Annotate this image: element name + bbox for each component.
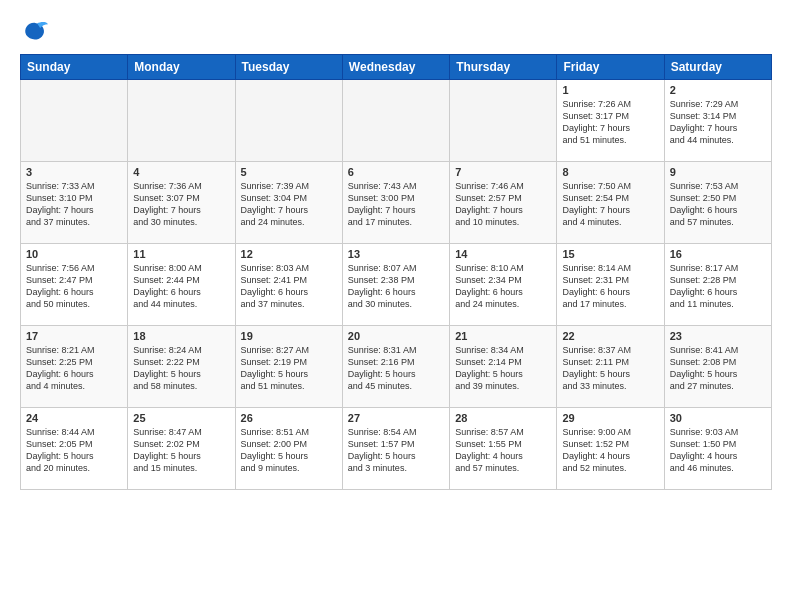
day-number: 2 (670, 84, 766, 96)
day-cell: 29Sunrise: 9:00 AM Sunset: 1:52 PM Dayli… (557, 408, 664, 490)
day-info: Sunrise: 8:00 AM Sunset: 2:44 PM Dayligh… (133, 262, 229, 311)
day-number: 15 (562, 248, 658, 260)
day-info: Sunrise: 8:10 AM Sunset: 2:34 PM Dayligh… (455, 262, 551, 311)
week-row-1: 1Sunrise: 7:26 AM Sunset: 3:17 PM Daylig… (21, 80, 772, 162)
day-cell: 25Sunrise: 8:47 AM Sunset: 2:02 PM Dayli… (128, 408, 235, 490)
day-number: 10 (26, 248, 122, 260)
weekday-header-wednesday: Wednesday (342, 55, 449, 80)
day-cell: 4Sunrise: 7:36 AM Sunset: 3:07 PM Daylig… (128, 162, 235, 244)
day-info: Sunrise: 8:37 AM Sunset: 2:11 PM Dayligh… (562, 344, 658, 393)
header (20, 18, 772, 46)
day-info: Sunrise: 7:26 AM Sunset: 3:17 PM Dayligh… (562, 98, 658, 147)
day-cell (342, 80, 449, 162)
day-info: Sunrise: 8:03 AM Sunset: 2:41 PM Dayligh… (241, 262, 337, 311)
day-info: Sunrise: 8:51 AM Sunset: 2:00 PM Dayligh… (241, 426, 337, 475)
day-info: Sunrise: 7:29 AM Sunset: 3:14 PM Dayligh… (670, 98, 766, 147)
day-number: 23 (670, 330, 766, 342)
day-cell: 13Sunrise: 8:07 AM Sunset: 2:38 PM Dayli… (342, 244, 449, 326)
day-info: Sunrise: 8:27 AM Sunset: 2:19 PM Dayligh… (241, 344, 337, 393)
day-info: Sunrise: 8:21 AM Sunset: 2:25 PM Dayligh… (26, 344, 122, 393)
day-cell: 15Sunrise: 8:14 AM Sunset: 2:31 PM Dayli… (557, 244, 664, 326)
day-info: Sunrise: 8:54 AM Sunset: 1:57 PM Dayligh… (348, 426, 444, 475)
day-cell: 14Sunrise: 8:10 AM Sunset: 2:34 PM Dayli… (450, 244, 557, 326)
day-cell: 24Sunrise: 8:44 AM Sunset: 2:05 PM Dayli… (21, 408, 128, 490)
day-info: Sunrise: 8:41 AM Sunset: 2:08 PM Dayligh… (670, 344, 766, 393)
day-cell: 1Sunrise: 7:26 AM Sunset: 3:17 PM Daylig… (557, 80, 664, 162)
day-info: Sunrise: 7:33 AM Sunset: 3:10 PM Dayligh… (26, 180, 122, 229)
day-number: 4 (133, 166, 229, 178)
day-number: 7 (455, 166, 551, 178)
day-cell: 5Sunrise: 7:39 AM Sunset: 3:04 PM Daylig… (235, 162, 342, 244)
day-number: 19 (241, 330, 337, 342)
day-info: Sunrise: 7:53 AM Sunset: 2:50 PM Dayligh… (670, 180, 766, 229)
day-number: 12 (241, 248, 337, 260)
day-number: 22 (562, 330, 658, 342)
day-cell: 3Sunrise: 7:33 AM Sunset: 3:10 PM Daylig… (21, 162, 128, 244)
day-cell: 18Sunrise: 8:24 AM Sunset: 2:22 PM Dayli… (128, 326, 235, 408)
day-cell: 26Sunrise: 8:51 AM Sunset: 2:00 PM Dayli… (235, 408, 342, 490)
day-info: Sunrise: 8:07 AM Sunset: 2:38 PM Dayligh… (348, 262, 444, 311)
day-cell: 19Sunrise: 8:27 AM Sunset: 2:19 PM Dayli… (235, 326, 342, 408)
day-number: 8 (562, 166, 658, 178)
weekday-header-sunday: Sunday (21, 55, 128, 80)
day-info: Sunrise: 8:57 AM Sunset: 1:55 PM Dayligh… (455, 426, 551, 475)
day-info: Sunrise: 8:34 AM Sunset: 2:14 PM Dayligh… (455, 344, 551, 393)
day-number: 6 (348, 166, 444, 178)
logo (20, 18, 52, 46)
day-cell (450, 80, 557, 162)
day-info: Sunrise: 7:36 AM Sunset: 3:07 PM Dayligh… (133, 180, 229, 229)
day-cell: 16Sunrise: 8:17 AM Sunset: 2:28 PM Dayli… (664, 244, 771, 326)
day-cell: 21Sunrise: 8:34 AM Sunset: 2:14 PM Dayli… (450, 326, 557, 408)
day-number: 25 (133, 412, 229, 424)
day-cell: 28Sunrise: 8:57 AM Sunset: 1:55 PM Dayli… (450, 408, 557, 490)
day-number: 3 (26, 166, 122, 178)
day-info: Sunrise: 8:17 AM Sunset: 2:28 PM Dayligh… (670, 262, 766, 311)
day-info: Sunrise: 7:56 AM Sunset: 2:47 PM Dayligh… (26, 262, 122, 311)
day-info: Sunrise: 8:31 AM Sunset: 2:16 PM Dayligh… (348, 344, 444, 393)
day-number: 24 (26, 412, 122, 424)
day-cell: 8Sunrise: 7:50 AM Sunset: 2:54 PM Daylig… (557, 162, 664, 244)
weekday-header-saturday: Saturday (664, 55, 771, 80)
calendar-body: 1Sunrise: 7:26 AM Sunset: 3:17 PM Daylig… (21, 80, 772, 490)
day-cell: 6Sunrise: 7:43 AM Sunset: 3:00 PM Daylig… (342, 162, 449, 244)
day-cell (21, 80, 128, 162)
day-info: Sunrise: 9:00 AM Sunset: 1:52 PM Dayligh… (562, 426, 658, 475)
day-number: 20 (348, 330, 444, 342)
day-cell: 2Sunrise: 7:29 AM Sunset: 3:14 PM Daylig… (664, 80, 771, 162)
day-number: 13 (348, 248, 444, 260)
day-cell: 30Sunrise: 9:03 AM Sunset: 1:50 PM Dayli… (664, 408, 771, 490)
day-cell (128, 80, 235, 162)
week-row-2: 3Sunrise: 7:33 AM Sunset: 3:10 PM Daylig… (21, 162, 772, 244)
day-number: 11 (133, 248, 229, 260)
day-info: Sunrise: 8:44 AM Sunset: 2:05 PM Dayligh… (26, 426, 122, 475)
weekday-header-thursday: Thursday (450, 55, 557, 80)
day-info: Sunrise: 8:47 AM Sunset: 2:02 PM Dayligh… (133, 426, 229, 475)
day-number: 30 (670, 412, 766, 424)
day-info: Sunrise: 7:50 AM Sunset: 2:54 PM Dayligh… (562, 180, 658, 229)
week-row-5: 24Sunrise: 8:44 AM Sunset: 2:05 PM Dayli… (21, 408, 772, 490)
week-row-3: 10Sunrise: 7:56 AM Sunset: 2:47 PM Dayli… (21, 244, 772, 326)
day-info: Sunrise: 7:43 AM Sunset: 3:00 PM Dayligh… (348, 180, 444, 229)
weekday-row: SundayMondayTuesdayWednesdayThursdayFrid… (21, 55, 772, 80)
day-cell: 23Sunrise: 8:41 AM Sunset: 2:08 PM Dayli… (664, 326, 771, 408)
weekday-header-tuesday: Tuesday (235, 55, 342, 80)
day-info: Sunrise: 9:03 AM Sunset: 1:50 PM Dayligh… (670, 426, 766, 475)
day-info: Sunrise: 8:14 AM Sunset: 2:31 PM Dayligh… (562, 262, 658, 311)
day-cell: 7Sunrise: 7:46 AM Sunset: 2:57 PM Daylig… (450, 162, 557, 244)
day-cell: 22Sunrise: 8:37 AM Sunset: 2:11 PM Dayli… (557, 326, 664, 408)
calendar-header: SundayMondayTuesdayWednesdayThursdayFrid… (21, 55, 772, 80)
weekday-header-friday: Friday (557, 55, 664, 80)
logo-icon (20, 18, 48, 46)
day-cell: 9Sunrise: 7:53 AM Sunset: 2:50 PM Daylig… (664, 162, 771, 244)
day-cell: 12Sunrise: 8:03 AM Sunset: 2:41 PM Dayli… (235, 244, 342, 326)
day-number: 5 (241, 166, 337, 178)
day-number: 21 (455, 330, 551, 342)
day-number: 17 (26, 330, 122, 342)
day-number: 18 (133, 330, 229, 342)
day-number: 29 (562, 412, 658, 424)
day-cell (235, 80, 342, 162)
day-number: 14 (455, 248, 551, 260)
day-number: 27 (348, 412, 444, 424)
day-info: Sunrise: 8:24 AM Sunset: 2:22 PM Dayligh… (133, 344, 229, 393)
page: SundayMondayTuesdayWednesdayThursdayFrid… (0, 0, 792, 612)
